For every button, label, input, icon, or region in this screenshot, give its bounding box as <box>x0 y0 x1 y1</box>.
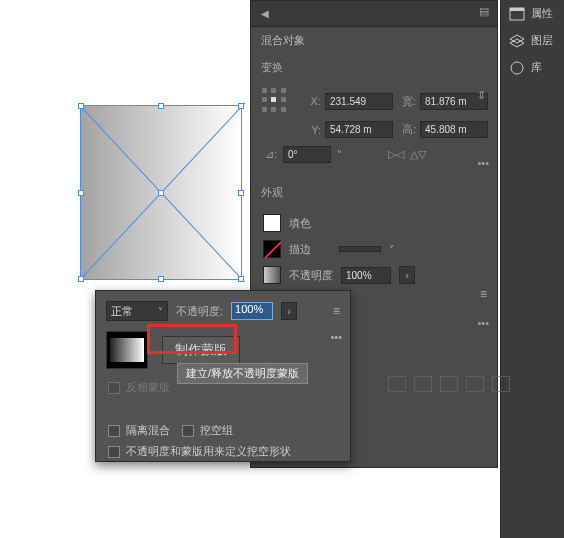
isolate-label: 隔离混合 <box>126 423 170 438</box>
fill-label: 填色 <box>289 216 311 231</box>
opacity-label: 不透明度 <box>289 268 333 283</box>
opacity-label: 不透明度: <box>176 304 223 319</box>
opacity-swatch[interactable] <box>263 266 281 284</box>
properties-tabs: ◀ <box>251 1 497 27</box>
chevron-down-icon[interactable]: ˅ <box>389 244 394 255</box>
blend-mode-select[interactable]: 正常 ˅ <box>106 301 168 321</box>
fill-swatch[interactable] <box>263 214 281 232</box>
clip-checkbox <box>108 382 120 394</box>
bbox-handle-tm[interactable] <box>158 103 164 109</box>
bbox-handle-mr[interactable] <box>238 190 244 196</box>
define-shape-label: 不透明度和蒙版用来定义挖空形状 <box>126 444 291 459</box>
invert-mask-label: 反相蒙版 <box>126 380 170 395</box>
align-left-icon[interactable] <box>388 376 406 392</box>
y-field[interactable]: Y: 54.728 m <box>303 121 394 138</box>
x-label: X: <box>303 95 321 107</box>
stroke-weight-value[interactable] <box>339 246 381 252</box>
bbox-handle-tl[interactable] <box>78 103 84 109</box>
tab-label: 属性 <box>531 6 553 21</box>
chevron-down-icon: ˅ <box>158 306 163 317</box>
bbox-handle-bl[interactable] <box>78 276 84 282</box>
opacity-value[interactable]: 100% <box>341 267 391 284</box>
transform-section-title: 变换 <box>251 54 497 81</box>
opacity-stepper[interactable]: › <box>281 302 297 320</box>
blend-options: 隔离混合 挖空组 不透明度和蒙版用来定义挖空形状 <box>96 416 350 466</box>
chevron-icon: ◀ <box>261 8 269 19</box>
knockout-checkbox[interactable] <box>182 425 194 437</box>
list-icon[interactable]: ≡ <box>480 287 487 301</box>
w-label: 宽: <box>398 94 416 109</box>
x-value[interactable]: 231.549 <box>325 93 393 110</box>
y-label: Y: <box>303 124 321 136</box>
transform-more-button[interactable]: ••• <box>477 157 489 169</box>
panel-dock: 属性 图层 库 <box>500 0 564 538</box>
blend-mode-value: 正常 <box>111 304 133 319</box>
stroke-swatch[interactable] <box>263 240 281 258</box>
opacity-input[interactable]: 100% <box>231 302 273 320</box>
align-v-center-icon[interactable] <box>492 376 510 392</box>
align-h-center-icon[interactable] <box>414 376 432 392</box>
align-top-icon[interactable] <box>466 376 484 392</box>
transparency-more-button[interactable]: ••• <box>330 331 342 343</box>
align-buttons <box>378 366 564 402</box>
knockout-label: 挖空组 <box>200 423 233 438</box>
bbox-handle-br[interactable] <box>238 276 244 282</box>
properties-tab[interactable]: ◀ <box>251 1 279 26</box>
h-label: 高: <box>398 122 416 137</box>
properties-panel-tab[interactable]: 属性 <box>501 0 564 27</box>
h-value[interactable]: 45.808 m <box>420 121 488 138</box>
isolate-checkbox[interactable] <box>108 425 120 437</box>
selected-object-bbox[interactable] <box>80 105 242 280</box>
appearance-section-title: 外观 <box>251 179 497 206</box>
opacity-row: 不透明度 100% › <box>259 262 489 288</box>
stroke-label: 描边 <box>289 242 311 257</box>
svg-point-4 <box>511 62 523 74</box>
bbox-handle-center[interactable] <box>158 190 164 196</box>
reference-point-grid[interactable] <box>259 85 291 117</box>
x-field[interactable]: X: 231.549 <box>303 93 394 110</box>
object-type-label: 混合对象 <box>251 27 497 54</box>
opacity-expand-button[interactable]: › <box>399 266 415 284</box>
isolate-blend-row: 隔离混合 挖空组 <box>108 420 338 441</box>
tab-label: 图层 <box>531 33 553 48</box>
define-shape-checkbox[interactable] <box>108 446 120 458</box>
bbox-handle-tr[interactable] <box>238 103 244 109</box>
bbox-handle-bm[interactable] <box>158 276 164 282</box>
define-shape-row: 不透明度和蒙版用来定义挖空形状 <box>108 441 338 462</box>
link-aspect-icon[interactable]: ⇕ <box>477 89 489 102</box>
flip-vertical-icon[interactable]: △▽ <box>410 148 426 161</box>
mask-thumbnails <box>106 331 148 369</box>
libraries-panel-tab[interactable]: 库 <box>501 54 564 81</box>
layers-icon <box>509 34 525 48</box>
properties-icon <box>509 7 525 21</box>
make-mask-button[interactable]: 制作蒙版 <box>162 336 240 364</box>
panel-list-icon[interactable]: ≡ <box>333 304 340 318</box>
height-field[interactable]: 高: 45.808 m <box>398 121 489 138</box>
transparency-top-row: 正常 ˅ 不透明度: 100% › ≡ <box>96 291 350 327</box>
y-value[interactable]: 54.728 m <box>325 121 393 138</box>
artwork-thumb[interactable] <box>106 331 148 369</box>
chevron-down-icon[interactable]: ˅ <box>337 149 342 160</box>
fill-row: 填色 <box>259 210 489 236</box>
angle-label: ⊿: <box>259 148 277 161</box>
stroke-row: 描边 ˅ <box>259 236 489 262</box>
width-field[interactable]: 宽: 81.876 m <box>398 93 489 110</box>
align-right-icon[interactable] <box>440 376 458 392</box>
bbox-handle-ml[interactable] <box>78 190 84 196</box>
appearance-more-button[interactable]: ••• <box>477 317 489 329</box>
flip-horizontal-icon[interactable]: ▷◁ <box>388 148 404 161</box>
appearance-section: 填色 描边 ˅ 不透明度 100% › <box>251 206 497 292</box>
transform-section: X: 231.549 宽: 81.876 m Y: 54.728 m 高: 45… <box>251 81 497 142</box>
angle-row: ⊿: 0° ˅ ▷◁ △▽ <box>251 142 497 167</box>
make-mask-tooltip: 建立/释放不透明度蒙版 <box>177 363 308 384</box>
angle-value[interactable]: 0° <box>283 146 331 163</box>
cc-icon <box>509 61 525 75</box>
svg-rect-1 <box>510 8 524 11</box>
panel-menu-button[interactable]: ▤ <box>479 5 489 18</box>
layers-panel-tab[interactable]: 图层 <box>501 27 564 54</box>
tab-label: 库 <box>531 60 542 75</box>
